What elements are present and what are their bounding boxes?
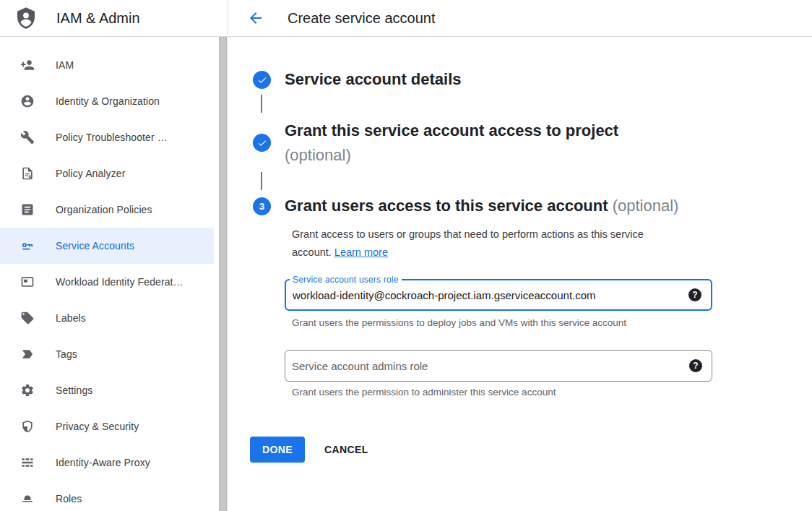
users-role-label: Service account users role: [290, 275, 402, 285]
step3-indicator[interactable]: 3: [253, 197, 271, 215]
gear-icon: [20, 383, 35, 398]
step3-optional-label: (optional): [613, 197, 679, 215]
sidebar-item-workload-identity-federation[interactable]: Workload Identity Federat…: [0, 264, 214, 300]
sidebar-item-label: Settings: [56, 385, 92, 396]
sidebar-item-service-accounts[interactable]: Service Accounts: [0, 228, 214, 264]
sidebar-divider: [228, 0, 228, 511]
app-window: IAM & Admin Create service account IAM I…: [0, 0, 812, 511]
sidebar-item-roles[interactable]: Roles: [0, 481, 214, 511]
step2-indicator[interactable]: [253, 134, 271, 152]
sidebar-item-label: IAM: [56, 59, 74, 71]
sidebar-item-settings[interactable]: Settings: [0, 372, 214, 408]
document-gear-icon: [20, 166, 35, 181]
step3-description: Grant access to users or groups that nee…: [292, 226, 693, 262]
sidebar-item-labels[interactable]: Labels: [0, 300, 214, 336]
sidebar-item-policy-analyzer[interactable]: Policy Analyzer: [0, 155, 214, 192]
wrench-icon: [20, 130, 35, 145]
sidebar-item-identity-organization[interactable]: Identity & Organization: [0, 83, 214, 119]
sidebar-item-label: Service Accounts: [56, 240, 134, 252]
sidebar-item-label: Identity-Aware Proxy: [56, 457, 150, 468]
person-add-icon: [20, 58, 35, 72]
article-icon: [20, 202, 35, 217]
product-title: IAM & Admin: [56, 0, 140, 36]
step3-number: 3: [259, 201, 265, 212]
label-important-icon: [20, 347, 35, 361]
sidebar-nav: IAM Identity & Organization Policy Troub…: [0, 37, 219, 511]
tag-icon: [20, 311, 35, 325]
step2-title[interactable]: Grant this service account access to pro…: [285, 121, 618, 140]
admins-role-helper: Grant users the permission to administer…: [292, 387, 556, 398]
sidebar-item-label: Labels: [56, 312, 86, 324]
arrow-left-icon: [247, 9, 264, 27]
step3-title-text: Grant users access to this service accou…: [285, 197, 608, 215]
cancel-button[interactable]: CANCEL: [319, 437, 374, 463]
check-icon: [257, 75, 267, 85]
sidebar-item-iam[interactable]: IAM: [0, 47, 214, 83]
sidebar-item-label: Organization Policies: [56, 204, 152, 215]
learn-more-link[interactable]: Learn more: [334, 246, 388, 258]
users-role-input[interactable]: [286, 280, 711, 309]
sidebar-item-label: Tags: [56, 348, 77, 360]
sidebar-item-tags[interactable]: Tags: [0, 336, 214, 372]
step2-optional-label: (optional): [285, 146, 351, 165]
sidebar-item-label: Policy Analyzer: [56, 168, 125, 179]
account-circle-icon: [20, 94, 35, 108]
admins-role-input[interactable]: [285, 351, 712, 381]
card-icon: [20, 275, 35, 289]
sidebar-item-label: Privacy & Security: [56, 421, 139, 432]
step1-indicator[interactable]: [253, 71, 271, 89]
done-button[interactable]: DONE: [250, 437, 305, 463]
help-icon[interactable]: ?: [688, 288, 701, 301]
admins-role-field: ?: [285, 350, 712, 382]
back-button[interactable]: [246, 8, 266, 28]
sidebar-item-organization-policies[interactable]: Organization Policies: [0, 192, 214, 228]
users-role-field: Service account users role ?: [285, 279, 712, 311]
sidebar-item-policy-troubleshooter[interactable]: Policy Troubleshooter …: [0, 119, 214, 155]
shield-half-icon: [20, 419, 35, 434]
top-header: IAM & Admin Create service account: [0, 0, 812, 37]
help-icon[interactable]: ?: [689, 359, 702, 372]
sidebar-item-identity-aware-proxy[interactable]: Identity-Aware Proxy: [0, 445, 214, 481]
page-title: Create service account: [288, 0, 436, 36]
step1-title[interactable]: Service account details: [285, 70, 462, 89]
sidebar-item-label: Workload Identity Federat…: [56, 276, 183, 288]
check-icon: [257, 138, 267, 148]
users-role-helper: Grant users the permissions to deploy jo…: [292, 317, 626, 328]
sidebar-item-label: Policy Troubleshooter …: [56, 132, 168, 143]
step-connector: [261, 172, 262, 190]
sidebar-item-privacy-security[interactable]: Privacy & Security: [0, 408, 214, 445]
service-account-key-icon: [20, 239, 35, 253]
sidebar-scrollbar[interactable]: [219, 37, 227, 511]
sidebar-item-label: Roles: [56, 493, 82, 504]
proxy-grid-icon: [20, 455, 35, 470]
iam-shield-icon: [14, 7, 38, 30]
step-connector: [261, 95, 262, 113]
sidebar-item-label: Identity & Organization: [56, 95, 160, 107]
step3-title[interactable]: Grant users access to this service accou…: [285, 197, 678, 215]
hat-icon: [20, 491, 35, 506]
